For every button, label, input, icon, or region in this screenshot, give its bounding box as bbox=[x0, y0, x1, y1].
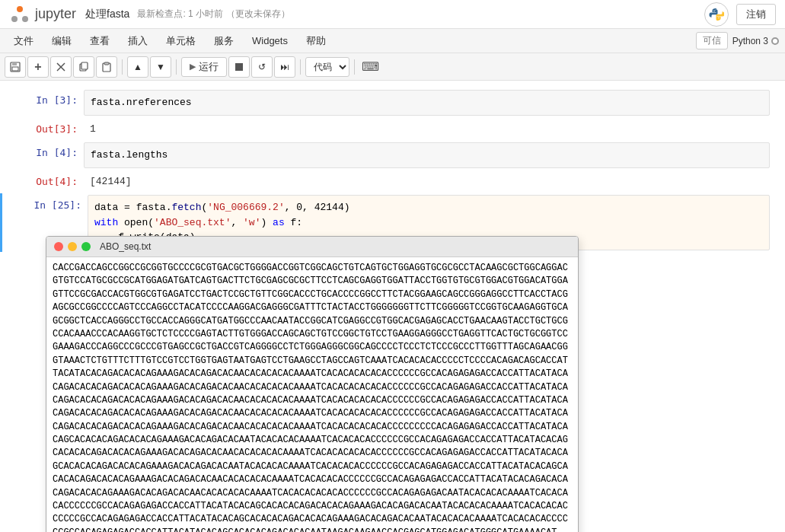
menu-kernel[interactable]: 服务 bbox=[206, 32, 241, 50]
cut-icon bbox=[56, 62, 66, 72]
file-popup-content[interactable]: CACCGACCAGCCGGCCGCGGTGCCCCGCGTGACGCTGGGG… bbox=[46, 257, 578, 532]
move-down-button[interactable]: ▼ bbox=[150, 56, 171, 78]
cell-in3: In [3]: fasta.nreferences bbox=[0, 88, 785, 117]
menu-help[interactable]: 帮助 bbox=[298, 32, 333, 50]
cell-in4-code: fasta.lengths bbox=[91, 149, 168, 161]
menu-file[interactable]: 文件 bbox=[6, 32, 41, 50]
checkpoint-info: 最新检查点: 1 小时前 bbox=[137, 8, 223, 21]
notebook-title[interactable]: 处理fasta bbox=[85, 8, 129, 21]
python-icon bbox=[709, 7, 724, 22]
python-icon-button[interactable] bbox=[704, 2, 729, 27]
close-as: ) bbox=[260, 217, 273, 228]
run-button[interactable]: ▶ 运行 bbox=[181, 57, 227, 77]
comma-w: , bbox=[231, 217, 243, 228]
cell-type-select[interactable]: 代码 bbox=[305, 57, 349, 77]
cell-in3-code: fasta.nreferences bbox=[91, 97, 192, 108]
stop-button[interactable] bbox=[228, 56, 250, 78]
cell-in25-line2: with open('ABO_seq.txt', 'w') as f: bbox=[94, 215, 763, 231]
toolbar-separator-2 bbox=[176, 59, 177, 75]
fastforward-button[interactable]: ⏭ bbox=[274, 56, 295, 78]
menu-cell[interactable]: 单元格 bbox=[158, 32, 203, 50]
maximize-button[interactable] bbox=[81, 242, 91, 251]
eq: = bbox=[118, 202, 136, 213]
keyboard-shortcuts-button[interactable]: ⌨ bbox=[359, 56, 381, 78]
jupyter-brand-text: jupyter bbox=[35, 6, 76, 22]
svg-rect-13 bbox=[104, 62, 109, 65]
cell-out4: Out[4]: [42144] bbox=[0, 170, 785, 194]
restart-icon: ↺ bbox=[258, 62, 266, 72]
add-cell-button[interactable]: + bbox=[27, 56, 49, 78]
menu-bar: 文件 编辑 查看 插入 单元格 服务 Widgets 帮助 可信 Python … bbox=[0, 29, 785, 53]
trusted-badge: 可信 bbox=[696, 32, 728, 49]
cell-in3-label: In [3]: bbox=[0, 90, 84, 116]
func-fetch: fetch bbox=[171, 202, 201, 213]
copy-button[interactable] bbox=[73, 56, 94, 78]
menu-edit[interactable]: 编辑 bbox=[44, 32, 79, 50]
menu-bar-right: 可信 Python 3 bbox=[696, 32, 779, 49]
toolbar: + ▲ ▼ ▶ 运行 ↺ bbox=[0, 53, 785, 81]
svg-rect-7 bbox=[12, 67, 18, 71]
str-abo: 'ABO_seq.txt' bbox=[154, 217, 231, 228]
menu-view[interactable]: 查看 bbox=[82, 32, 117, 50]
svg-point-2 bbox=[22, 16, 28, 22]
run-label: 运行 bbox=[199, 60, 219, 74]
svg-rect-6 bbox=[12, 62, 17, 65]
menu-widgets[interactable]: Widgets bbox=[244, 33, 295, 49]
cell-in3-content[interactable]: fasta.nreferences bbox=[84, 90, 770, 116]
cell-in4-content[interactable]: fasta.lengths bbox=[84, 142, 770, 168]
toolbar-separator-4 bbox=[354, 59, 355, 75]
cell-out3-value: 1 bbox=[90, 123, 96, 135]
svg-point-0 bbox=[17, 6, 23, 12]
move-up-button[interactable]: ▲ bbox=[127, 56, 148, 78]
menu-insert[interactable]: 插入 bbox=[120, 32, 155, 50]
cell-out3: Out[3]: 1 bbox=[0, 117, 785, 142]
logout-button[interactable]: 注销 bbox=[736, 4, 776, 25]
jupyter-logo: jupyter bbox=[9, 4, 76, 25]
open-call: open( bbox=[118, 217, 154, 228]
kernel-info: Python 3 bbox=[732, 36, 779, 46]
paste-icon bbox=[101, 62, 112, 72]
up-arrow-icon: ▲ bbox=[133, 62, 142, 72]
kw-with: with bbox=[94, 217, 118, 228]
kernel-status-circle bbox=[771, 37, 779, 45]
cell-out3-content: 1 bbox=[84, 119, 785, 140]
cell-in4: In [4]: fasta.lengths bbox=[0, 141, 785, 170]
copy-icon bbox=[78, 62, 89, 72]
keyboard-icon: ⌨ bbox=[362, 59, 379, 74]
kernel-name: Python 3 bbox=[732, 36, 768, 46]
var-f: f: bbox=[285, 217, 302, 228]
cell-out4-label: Out[4]: bbox=[0, 171, 84, 193]
top-bar-right: 注销 bbox=[704, 2, 776, 27]
kw-as: as bbox=[273, 217, 285, 228]
str-ng: 'NG_006669.2' bbox=[207, 202, 284, 213]
cell-in4-label: In [4]: bbox=[0, 142, 84, 168]
fastforward-icon: ⏭ bbox=[280, 62, 289, 72]
svg-point-4 bbox=[718, 17, 719, 18]
paste-button[interactable] bbox=[96, 56, 117, 78]
minimize-button[interactable] bbox=[68, 242, 77, 251]
cell-in25-line1: data = fasta.fetch('NG_006669.2', 0, 421… bbox=[94, 200, 763, 215]
cell-out3-label: Out[3]: bbox=[0, 119, 84, 140]
var-data: data bbox=[94, 202, 118, 213]
cell-out4-value: [42144] bbox=[90, 176, 132, 187]
file-popup: ABO_seq.txt CACCGACCAGCCGGCCGCGGTGCCCCGC… bbox=[46, 236, 579, 532]
top-bar: jupyter 处理fasta 最新检查点: 1 小时前 （更改未保存） 注销 bbox=[0, 0, 785, 29]
close-button[interactable] bbox=[54, 242, 63, 251]
svg-point-1 bbox=[11, 16, 18, 22]
stop-icon bbox=[235, 63, 243, 71]
plus-icon: + bbox=[34, 60, 41, 74]
restart-button[interactable]: ↺ bbox=[251, 56, 273, 78]
var-fasta: fasta bbox=[136, 202, 166, 213]
svg-point-3 bbox=[713, 10, 714, 11]
cut-button[interactable] bbox=[50, 56, 72, 78]
down-arrow-icon: ▼ bbox=[156, 62, 165, 72]
unsaved-indicator: （更改未保存） bbox=[226, 8, 290, 21]
save-icon bbox=[10, 62, 21, 72]
str-w: 'w' bbox=[243, 217, 260, 228]
save-button[interactable] bbox=[5, 56, 26, 78]
svg-rect-11 bbox=[81, 62, 88, 69]
file-popup-title: ABO_seq.txt bbox=[100, 241, 151, 252]
toolbar-separator-1 bbox=[122, 59, 123, 75]
file-popup-titlebar: ABO_seq.txt bbox=[46, 237, 578, 257]
toolbar-separator-3 bbox=[300, 59, 301, 75]
